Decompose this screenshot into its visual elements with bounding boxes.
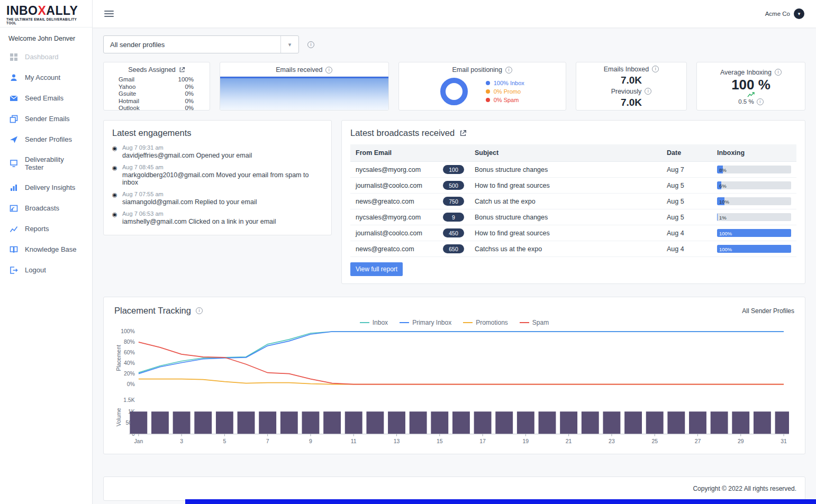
broadcast-date: Aug 7 <box>661 162 712 178</box>
broadcasts-table-body: nycsales@myorg.com100Bonus structure cha… <box>350 162 796 257</box>
positioning-info-icon[interactable]: i <box>505 67 512 74</box>
emails-received-info-icon[interactable]: i <box>325 67 332 74</box>
chart-legend-item[interactable]: Primary Inbox <box>400 319 451 326</box>
count-badge: 450 <box>443 228 464 237</box>
engagements-title: Latest engagements <box>112 128 323 138</box>
chart-legend-item[interactable]: Spam <box>520 319 549 326</box>
hamburger-menu-icon[interactable] <box>104 9 114 19</box>
avatar[interactable]: ▾ <box>794 8 804 19</box>
positioning-donut-chart <box>440 78 468 105</box>
bottom-accent-strip <box>185 499 816 504</box>
sidebar-item-account[interactable]: My Account <box>0 67 92 88</box>
brand-tagline: THE ULTIMATE EMAIL DELIVERABILITY TOOL <box>6 17 86 25</box>
svg-text:60%: 60% <box>124 350 135 355</box>
engagement-time: Aug 7 06:53 am <box>122 210 323 217</box>
legend-line <box>360 322 369 323</box>
sidebar-nav: DashboardMy AccountSeed EmailsSender Ema… <box>0 47 92 280</box>
seed-row: Outlook0% <box>104 105 210 111</box>
broadcast-date: Aug 4 <box>661 241 712 257</box>
sidebar-item-reports[interactable]: Reports <box>0 218 92 239</box>
mail-icon <box>9 94 18 103</box>
chevron-down-icon[interactable]: ▾ <box>280 36 298 53</box>
stats-row: Seeds Assigned Gmail100%Yahoo0%Gsuite0%H… <box>103 62 805 111</box>
engagement-text: iamshelly@gmail.com Clicked on a link in… <box>122 218 323 225</box>
positioning-legend-item: 100% Inbox <box>486 80 524 86</box>
external-link-icon[interactable] <box>179 67 185 73</box>
chart-legend-item[interactable]: Inbox <box>360 319 388 326</box>
svg-text:13: 13 <box>394 438 400 444</box>
broadcast-row: nycsales@myorg.com9Bonus structure chang… <box>350 209 796 225</box>
broadcast-row: journalist@coolco.com450How to find grea… <box>350 225 796 241</box>
average-delta: 0.5 % <box>738 98 754 105</box>
sidebar-item-label: Delivery Insights <box>25 184 75 191</box>
sidebar-item-knowledge-base[interactable]: Knowledge Base <box>0 239 92 260</box>
footer: Copyright © 2022 All rights reserved. <box>103 476 805 501</box>
svg-text:80%: 80% <box>124 339 135 345</box>
sidebar-item-broadcasts[interactable]: Broadcasts <box>0 198 92 218</box>
legend-series-label: Spam <box>532 319 549 326</box>
svg-text:7: 7 <box>266 438 269 444</box>
legend-line <box>400 322 409 323</box>
sidebar-item-dashboard[interactable]: Dashboard <box>0 47 92 67</box>
email-positioning-card: Email positioning i 100% Inbox0% Promo0%… <box>398 62 567 111</box>
previous-value: 7.0K <box>621 97 642 108</box>
report-icon <box>9 224 18 233</box>
average-info-icon[interactable]: i <box>775 69 782 76</box>
svg-text:5: 5 <box>223 438 226 444</box>
svg-text:100%: 100% <box>121 328 135 334</box>
emails-received-title: Emails received <box>276 66 322 74</box>
sidebar-item-label: Knowledge Base <box>25 245 77 253</box>
legend-dot <box>486 89 490 94</box>
account-menu[interactable]: Acme Co ▾ <box>765 8 804 19</box>
broadcast-subject: How to find great sources <box>469 178 661 194</box>
inboxing-progress-bar: 6% <box>717 181 791 189</box>
col-date: Date <box>661 144 712 162</box>
view-full-report-button[interactable]: View full report <box>350 262 403 276</box>
broadcast-row: news@greatco.com650Catchss us at the exp… <box>350 241 796 257</box>
sidebar-item-sender-emails[interactable]: Sender Emails <box>0 108 92 129</box>
col-from-email: From Email <box>350 144 469 162</box>
from-email: nycsales@myorg.com <box>356 214 421 221</box>
sidebar-item-seed-emails[interactable]: Seed Emails <box>0 88 92 108</box>
sidebar-item-label: My Account <box>25 74 60 81</box>
svg-text:19: 19 <box>523 438 529 444</box>
inboxing-percent: 10% <box>719 198 729 204</box>
broadcasts-table: From Email Subject Date Inboxing nycsale… <box>350 144 796 257</box>
chart-legend-item[interactable]: Promotions <box>463 319 508 326</box>
svg-text:29: 29 <box>738 438 744 444</box>
filter-info-icon[interactable]: i <box>307 41 314 48</box>
placement-info-icon[interactable]: i <box>196 307 203 314</box>
sender-profiles-select[interactable]: All sender profiles ▾ <box>103 35 299 53</box>
sidebar-item-deliverability-tester[interactable]: Deliverability Tester <box>0 150 92 177</box>
average-delta-info-icon[interactable]: i <box>757 98 764 105</box>
inboxed-info-icon[interactable]: i <box>652 66 659 72</box>
legend-series-label: Promotions <box>476 319 508 326</box>
positioning-legend: 100% Inbox0% Promo0% Spam <box>486 80 524 103</box>
broadcast-subject: Catchss us at the expo <box>469 241 661 257</box>
from-email: news@greatco.com <box>356 245 414 253</box>
external-link-icon[interactable] <box>459 130 467 137</box>
inboxing-progress-bar: 8% <box>717 166 791 173</box>
broadcast-subject: Bonus structure changes <box>469 209 661 225</box>
sidebar-item-label: Sender Emails <box>25 115 70 123</box>
from-email: nycsales@myorg.com <box>356 166 421 173</box>
sidebar-item-label: Broadcasts <box>25 204 59 212</box>
all-sender-profiles-label: All Sender Profiles <box>742 307 794 315</box>
legend-line <box>463 322 473 323</box>
seed-percent: 100% <box>178 76 194 84</box>
previously-info-icon[interactable]: i <box>645 88 651 95</box>
previously-label: Previously <box>611 88 642 95</box>
sidebar-item-sender-profiles[interactable]: Sender Profiles <box>0 129 92 150</box>
sidebar-item-delivery-insights[interactable]: Delivery Insights <box>0 177 92 198</box>
broadcast-row: journalist@coolco.com500How to find grea… <box>350 178 796 194</box>
broadcast-date: Aug 5 <box>661 178 712 194</box>
engagements-list: ◉Aug 7 09:31 amdavidjeffries@gmail.com O… <box>112 144 323 225</box>
broadcast-icon <box>9 204 18 213</box>
seed-row: Hotmail0% <box>104 98 210 105</box>
sidebar-item-logout[interactable]: Logout <box>0 260 92 280</box>
count-badge: 500 <box>443 181 464 190</box>
seed-row: Gmail100% <box>104 76 210 84</box>
legend-series-label: Primary Inbox <box>412 319 451 326</box>
positioning-legend-item: 0% Spam <box>486 97 524 103</box>
broadcast-subject: How to find great sources <box>469 225 661 241</box>
